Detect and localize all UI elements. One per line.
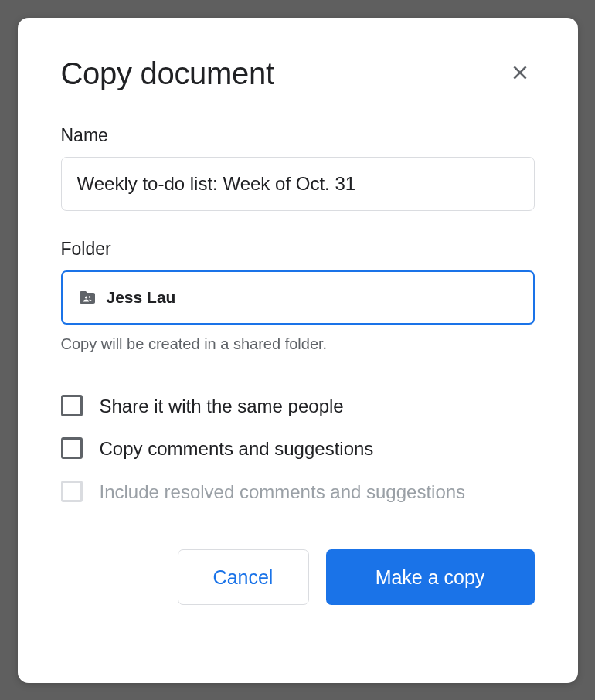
- folder-label: Folder: [61, 239, 535, 260]
- folder-select[interactable]: Jess Lau: [61, 270, 535, 325]
- checkbox-group: Share it with the same people Copy comme…: [61, 393, 535, 505]
- close-button[interactable]: [505, 58, 535, 90]
- dialog-header: Copy document: [61, 56, 535, 91]
- dialog-buttons: Cancel Make a copy: [61, 549, 535, 605]
- folder-field-group: Folder Jess Lau Copy will be created in …: [61, 239, 535, 353]
- make-a-copy-button[interactable]: Make a copy: [326, 549, 535, 605]
- close-icon: [510, 63, 530, 85]
- dialog-title: Copy document: [61, 56, 274, 91]
- checkbox-box: [61, 437, 83, 459]
- share-same-people-checkbox[interactable]: Share it with the same people: [61, 393, 535, 420]
- svg-point-2: [84, 296, 87, 298]
- cancel-button[interactable]: Cancel: [178, 549, 309, 605]
- name-label: Name: [61, 125, 535, 146]
- checkbox-box: [61, 481, 83, 502]
- name-input[interactable]: [61, 157, 535, 211]
- name-field-group: Name: [61, 125, 535, 211]
- checkbox-label: Copy comments and suggestions: [100, 436, 374, 462]
- checkbox-box: [61, 395, 83, 416]
- checkbox-label: Include resolved comments and suggestion…: [100, 479, 466, 505]
- include-resolved-checkbox: Include resolved comments and suggestion…: [61, 479, 535, 505]
- copy-document-dialog: Copy document Name Folder: [18, 18, 578, 683]
- checkbox-label: Share it with the same people: [100, 393, 344, 420]
- folder-helper-text: Copy will be created in a shared folder.: [61, 335, 535, 353]
- copy-comments-checkbox[interactable]: Copy comments and suggestions: [61, 436, 535, 462]
- shared-folder-icon: [78, 288, 97, 307]
- svg-point-3: [88, 296, 90, 298]
- folder-name: Jess Lau: [107, 288, 176, 307]
